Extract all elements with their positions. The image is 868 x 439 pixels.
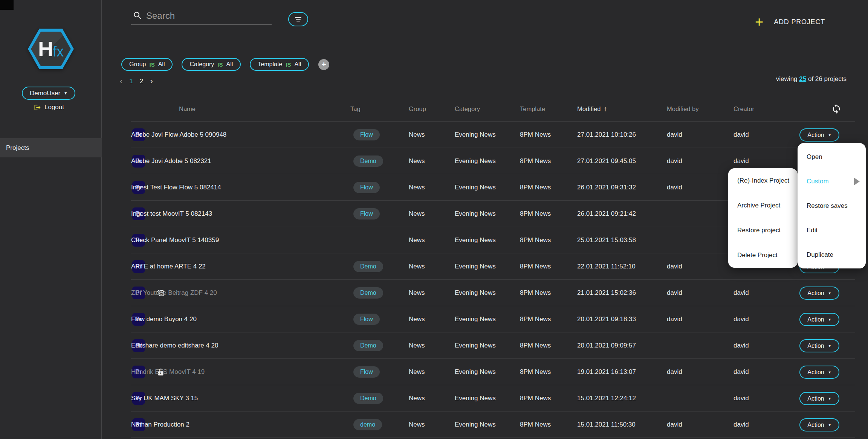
modified-by-value: david [667,122,682,148]
creator-value: david [734,332,749,359]
table-row[interactable]: Pr Flow demo Bayon 4 20 Flow News Evenin… [131,306,855,332]
submenu-item-delete-project[interactable]: Delete Project [728,243,798,268]
tag-badge: Demo [353,261,383,272]
viewing-count-link[interactable]: 25 [799,75,806,82]
modified-by-value: david [667,174,682,201]
filter-chip-template[interactable]: Template IS All [250,58,309,71]
modified-value: 21.01.2021 15:02:36 [577,280,636,306]
modified-value: 20.01.2021 09:18:33 [577,306,636,332]
page-next-button[interactable]: › [150,77,153,85]
user-name-label: DemoUser [30,90,60,97]
table-row[interactable]: Pr Nathan Production 2 demo News Evening… [131,412,855,438]
action-button[interactable]: Action ▼ [799,418,839,431]
table-row[interactable]: Pr ZDf Youtube Beitrag ZDF 4 20 Demo New… [131,280,855,306]
app-logo: H fx [28,29,74,69]
modified-value: 27.01.2021 10:10:26 [577,122,636,148]
column-header-tag[interactable]: Tag [350,96,361,122]
sort-options-button[interactable] [288,12,308,26]
category-value: Evening News [455,385,496,412]
modified-value: 25.01.2021 15:03:58 [577,227,636,253]
submenu-item-archive-project[interactable]: Archive Project [728,193,798,218]
search-input[interactable] [146,9,267,23]
action-dropdown-menu: Open Custom Restore saves Edit Duplicate [798,143,866,268]
viewing-counter: viewing 25 of 26 projects [776,75,847,83]
action-button[interactable]: Action ▼ [799,366,839,379]
table-row[interactable]: Pr Hendrik EFS MoovIT 4 19 Flow News Eve… [131,359,855,385]
submenu-item--re-index-project[interactable]: (Re)-Index Project [728,168,798,193]
menu-item-duplicate[interactable]: Duplicate [798,242,866,267]
action-button[interactable]: Action ▼ [799,287,839,300]
sidebar-item-label: Projects [6,144,29,152]
action-button[interactable]: Action ▼ [799,339,839,352]
creator-value: david [734,280,749,306]
project-name: Editshare demo editshare 4 20 [131,332,219,359]
action-button[interactable]: Action ▼ [799,392,839,405]
menu-item-custom[interactable]: Custom [798,169,866,194]
modified-by-value: david [667,306,682,332]
sort-ascending-icon: ↑ [604,105,607,113]
project-name: ZDf Youtube Beitrag ZDF 4 20 [131,280,217,306]
category-value: Evening News [455,174,496,201]
group-value: News [409,385,425,412]
template-value: 8PM News [520,332,551,359]
table-row[interactable]: Pr Adobe Jovi Flow Adobe 5 090948 Flow N… [131,122,855,148]
logo-letter-fx: fx [52,44,64,59]
category-value: Evening News [455,253,496,280]
filter-chip-category[interactable]: Category IS All [182,58,241,71]
menu-item-edit[interactable]: Edit [798,218,866,242]
group-value: News [409,359,425,385]
user-menu-button[interactable]: DemoUser ▼ [22,87,75,100]
logout-button[interactable]: Logout [34,104,64,111]
viewing-prefix: viewing [776,75,798,82]
chevron-down-icon: ▼ [828,423,831,427]
creator-value: david [734,306,749,332]
template-value: 8PM News [520,253,551,280]
column-header-name[interactable]: Name [179,96,196,122]
group-value: News [409,332,425,359]
chevron-down-icon: ▼ [828,370,831,374]
modified-value: 20.01.2021 09:09:57 [577,332,636,359]
sidebar-item-projects[interactable]: Projects [0,138,102,157]
project-name: Ingest Test Flow Flow 5 082414 [131,174,221,201]
modified-value: 15.01.2021 12:24:12 [577,385,636,412]
category-value: Evening News [455,227,496,253]
add-filter-button[interactable]: + [318,59,329,70]
action-button[interactable]: Action ▼ [799,128,839,142]
column-header-modified[interactable]: Modified ↑ [577,96,607,122]
column-header-template[interactable]: Template [520,96,545,122]
table-row[interactable]: Pr Sky UK MAM SKY 3 15 Demo News Evening… [131,385,855,412]
column-header-creator[interactable]: Creator [734,96,754,122]
tag-badge: Flow [353,314,380,325]
action-button[interactable]: Action ▼ [799,313,839,326]
template-value: 8PM News [520,280,551,306]
project-name: ARTE at home ARTE 4 22 [131,253,206,280]
filter-chip-group[interactable]: Group IS All [121,58,173,71]
filter-chip-bar: Group IS All Category IS All Template IS… [121,58,329,71]
chevron-down-icon: ▼ [828,291,831,295]
column-header-modified-by[interactable]: Modified by [667,96,698,122]
viewing-suffix: of 26 projects [808,75,847,82]
refresh-icon[interactable] [831,104,842,114]
submenu-item-restore-project[interactable]: Restore project [728,218,798,243]
add-project-button[interactable]: + ADD PROJECT [755,15,825,29]
category-value: Evening News [455,332,496,359]
plus-icon: + [755,15,763,29]
hexagon-logo-border: H fx [28,29,74,69]
menu-item-open[interactable]: Open [798,145,866,169]
page-number-1[interactable]: 1 [129,78,133,85]
column-header-group[interactable]: Group [409,96,426,122]
page-number-2[interactable]: 2 [140,78,143,85]
table-row[interactable]: Pr Editshare demo editshare 4 20 Demo Ne… [131,332,855,359]
menu-item-restore-saves[interactable]: Restore saves [798,194,866,218]
tag-badge: demo [353,419,382,430]
logout-icon [34,104,41,111]
category-value: Evening News [455,122,496,148]
modified-by-value: david [667,280,682,306]
page-prev-button[interactable]: ‹ [120,77,122,85]
sort-lines-icon [295,17,301,18]
group-value: News [409,412,425,438]
creator-value: david [734,122,749,148]
chevron-down-icon: ▼ [828,133,831,137]
add-project-label: ADD PROJECT [774,18,825,26]
column-header-category[interactable]: Category [455,96,480,122]
